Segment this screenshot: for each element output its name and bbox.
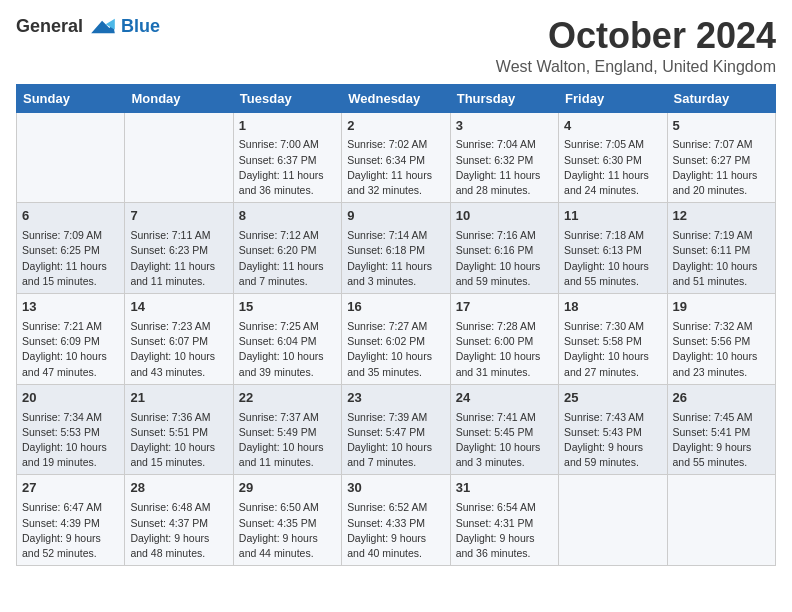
header-day-thursday: Thursday bbox=[450, 84, 558, 112]
day-info: Sunrise: 7:16 AMSunset: 6:16 PMDaylight:… bbox=[456, 228, 553, 289]
day-number: 10 bbox=[456, 207, 553, 226]
day-info: Sunrise: 7:07 AMSunset: 6:27 PMDaylight:… bbox=[673, 137, 770, 198]
calendar-cell: 4Sunrise: 7:05 AMSunset: 6:30 PMDaylight… bbox=[559, 112, 667, 203]
day-info: Sunrise: 7:37 AMSunset: 5:49 PMDaylight:… bbox=[239, 410, 336, 471]
day-number: 21 bbox=[130, 389, 227, 408]
day-number: 22 bbox=[239, 389, 336, 408]
logo-general: General bbox=[16, 16, 83, 37]
week-row-5: 27Sunrise: 6:47 AMSunset: 4:39 PMDayligh… bbox=[17, 475, 776, 566]
header-day-sunday: Sunday bbox=[17, 84, 125, 112]
day-info: Sunrise: 7:41 AMSunset: 5:45 PMDaylight:… bbox=[456, 410, 553, 471]
day-number: 11 bbox=[564, 207, 661, 226]
title-area: October 2024 West Walton, England, Unite… bbox=[496, 16, 776, 76]
day-number: 9 bbox=[347, 207, 444, 226]
calendar-cell: 24Sunrise: 7:41 AMSunset: 5:45 PMDayligh… bbox=[450, 384, 558, 475]
day-info: Sunrise: 6:50 AMSunset: 4:35 PMDaylight:… bbox=[239, 500, 336, 561]
day-info: Sunrise: 7:21 AMSunset: 6:09 PMDaylight:… bbox=[22, 319, 119, 380]
day-number: 2 bbox=[347, 117, 444, 136]
day-number: 30 bbox=[347, 479, 444, 498]
day-number: 8 bbox=[239, 207, 336, 226]
day-number: 20 bbox=[22, 389, 119, 408]
day-info: Sunrise: 7:39 AMSunset: 5:47 PMDaylight:… bbox=[347, 410, 444, 471]
day-number: 26 bbox=[673, 389, 770, 408]
header-day-tuesday: Tuesday bbox=[233, 84, 341, 112]
calendar-cell: 2Sunrise: 7:02 AMSunset: 6:34 PMDaylight… bbox=[342, 112, 450, 203]
day-info: Sunrise: 7:28 AMSunset: 6:00 PMDaylight:… bbox=[456, 319, 553, 380]
logo: General Blue bbox=[16, 16, 160, 37]
month-title: October 2024 bbox=[496, 16, 776, 56]
day-number: 14 bbox=[130, 298, 227, 317]
calendar-cell: 8Sunrise: 7:12 AMSunset: 6:20 PMDaylight… bbox=[233, 203, 341, 294]
calendar-cell: 31Sunrise: 6:54 AMSunset: 4:31 PMDayligh… bbox=[450, 475, 558, 566]
day-info: Sunrise: 7:34 AMSunset: 5:53 PMDaylight:… bbox=[22, 410, 119, 471]
header-row: SundayMondayTuesdayWednesdayThursdayFrid… bbox=[17, 84, 776, 112]
calendar-cell: 21Sunrise: 7:36 AMSunset: 5:51 PMDayligh… bbox=[125, 384, 233, 475]
day-number: 29 bbox=[239, 479, 336, 498]
day-info: Sunrise: 7:14 AMSunset: 6:18 PMDaylight:… bbox=[347, 228, 444, 289]
calendar-cell: 30Sunrise: 6:52 AMSunset: 4:33 PMDayligh… bbox=[342, 475, 450, 566]
calendar-cell: 29Sunrise: 6:50 AMSunset: 4:35 PMDayligh… bbox=[233, 475, 341, 566]
logo-blue: Blue bbox=[121, 16, 160, 37]
day-info: Sunrise: 7:45 AMSunset: 5:41 PMDaylight:… bbox=[673, 410, 770, 471]
day-info: Sunrise: 7:36 AMSunset: 5:51 PMDaylight:… bbox=[130, 410, 227, 471]
day-info: Sunrise: 7:09 AMSunset: 6:25 PMDaylight:… bbox=[22, 228, 119, 289]
calendar-cell: 23Sunrise: 7:39 AMSunset: 5:47 PMDayligh… bbox=[342, 384, 450, 475]
day-info: Sunrise: 7:25 AMSunset: 6:04 PMDaylight:… bbox=[239, 319, 336, 380]
calendar-cell: 15Sunrise: 7:25 AMSunset: 6:04 PMDayligh… bbox=[233, 294, 341, 385]
day-number: 24 bbox=[456, 389, 553, 408]
header: General Blue October 2024 West Walton, E… bbox=[16, 16, 776, 76]
week-row-3: 13Sunrise: 7:21 AMSunset: 6:09 PMDayligh… bbox=[17, 294, 776, 385]
location-title: West Walton, England, United Kingdom bbox=[496, 58, 776, 76]
logo-icon bbox=[89, 17, 117, 37]
header-day-monday: Monday bbox=[125, 84, 233, 112]
calendar-cell: 10Sunrise: 7:16 AMSunset: 6:16 PMDayligh… bbox=[450, 203, 558, 294]
day-number: 16 bbox=[347, 298, 444, 317]
day-info: Sunrise: 7:23 AMSunset: 6:07 PMDaylight:… bbox=[130, 319, 227, 380]
day-number: 17 bbox=[456, 298, 553, 317]
day-info: Sunrise: 7:11 AMSunset: 6:23 PMDaylight:… bbox=[130, 228, 227, 289]
day-info: Sunrise: 7:04 AMSunset: 6:32 PMDaylight:… bbox=[456, 137, 553, 198]
day-info: Sunrise: 7:27 AMSunset: 6:02 PMDaylight:… bbox=[347, 319, 444, 380]
calendar-cell bbox=[125, 112, 233, 203]
calendar-cell: 14Sunrise: 7:23 AMSunset: 6:07 PMDayligh… bbox=[125, 294, 233, 385]
day-number: 5 bbox=[673, 117, 770, 136]
day-info: Sunrise: 7:18 AMSunset: 6:13 PMDaylight:… bbox=[564, 228, 661, 289]
calendar-cell: 7Sunrise: 7:11 AMSunset: 6:23 PMDaylight… bbox=[125, 203, 233, 294]
day-info: Sunrise: 7:43 AMSunset: 5:43 PMDaylight:… bbox=[564, 410, 661, 471]
week-row-1: 1Sunrise: 7:00 AMSunset: 6:37 PMDaylight… bbox=[17, 112, 776, 203]
calendar-cell: 25Sunrise: 7:43 AMSunset: 5:43 PMDayligh… bbox=[559, 384, 667, 475]
calendar-cell: 27Sunrise: 6:47 AMSunset: 4:39 PMDayligh… bbox=[17, 475, 125, 566]
calendar-cell bbox=[17, 112, 125, 203]
calendar-cell: 11Sunrise: 7:18 AMSunset: 6:13 PMDayligh… bbox=[559, 203, 667, 294]
day-info: Sunrise: 7:19 AMSunset: 6:11 PMDaylight:… bbox=[673, 228, 770, 289]
day-info: Sunrise: 7:32 AMSunset: 5:56 PMDaylight:… bbox=[673, 319, 770, 380]
calendar-cell: 6Sunrise: 7:09 AMSunset: 6:25 PMDaylight… bbox=[17, 203, 125, 294]
day-number: 23 bbox=[347, 389, 444, 408]
calendar-cell: 26Sunrise: 7:45 AMSunset: 5:41 PMDayligh… bbox=[667, 384, 775, 475]
day-info: Sunrise: 7:00 AMSunset: 6:37 PMDaylight:… bbox=[239, 137, 336, 198]
header-day-wednesday: Wednesday bbox=[342, 84, 450, 112]
day-number: 19 bbox=[673, 298, 770, 317]
day-number: 4 bbox=[564, 117, 661, 136]
day-number: 18 bbox=[564, 298, 661, 317]
header-day-saturday: Saturday bbox=[667, 84, 775, 112]
calendar-cell: 16Sunrise: 7:27 AMSunset: 6:02 PMDayligh… bbox=[342, 294, 450, 385]
week-row-2: 6Sunrise: 7:09 AMSunset: 6:25 PMDaylight… bbox=[17, 203, 776, 294]
calendar-cell: 3Sunrise: 7:04 AMSunset: 6:32 PMDaylight… bbox=[450, 112, 558, 203]
calendar-cell: 13Sunrise: 7:21 AMSunset: 6:09 PMDayligh… bbox=[17, 294, 125, 385]
day-number: 12 bbox=[673, 207, 770, 226]
day-number: 27 bbox=[22, 479, 119, 498]
day-info: Sunrise: 7:30 AMSunset: 5:58 PMDaylight:… bbox=[564, 319, 661, 380]
day-number: 25 bbox=[564, 389, 661, 408]
calendar-cell: 18Sunrise: 7:30 AMSunset: 5:58 PMDayligh… bbox=[559, 294, 667, 385]
day-info: Sunrise: 6:52 AMSunset: 4:33 PMDaylight:… bbox=[347, 500, 444, 561]
day-number: 15 bbox=[239, 298, 336, 317]
calendar-cell bbox=[559, 475, 667, 566]
calendar-cell: 19Sunrise: 7:32 AMSunset: 5:56 PMDayligh… bbox=[667, 294, 775, 385]
calendar-cell: 9Sunrise: 7:14 AMSunset: 6:18 PMDaylight… bbox=[342, 203, 450, 294]
week-row-4: 20Sunrise: 7:34 AMSunset: 5:53 PMDayligh… bbox=[17, 384, 776, 475]
day-number: 6 bbox=[22, 207, 119, 226]
day-number: 3 bbox=[456, 117, 553, 136]
day-info: Sunrise: 7:05 AMSunset: 6:30 PMDaylight:… bbox=[564, 137, 661, 198]
day-number: 1 bbox=[239, 117, 336, 136]
